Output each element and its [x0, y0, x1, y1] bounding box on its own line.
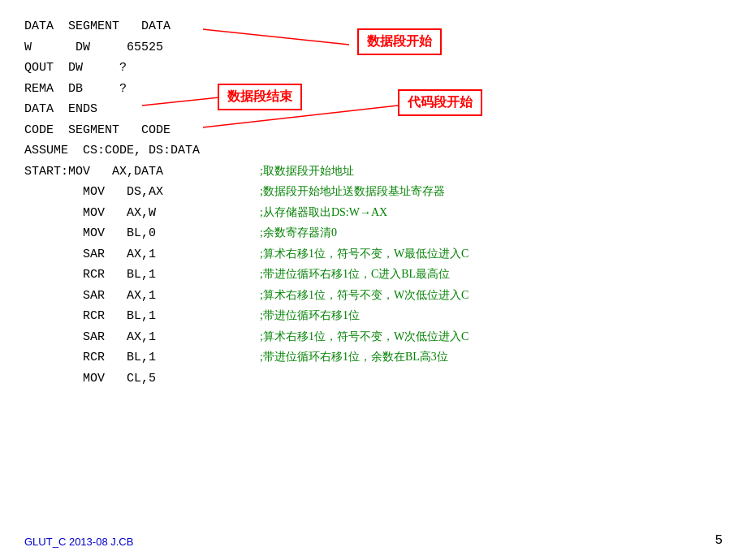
comment-8: ;取数据段开始地址: [260, 162, 354, 181]
main-content: DATA SEGMENT DATA W DW 65525 QOUT DW ? R…: [24, 16, 723, 389]
comment-17: ;带进位循环右移1位，余数在BL高3位: [260, 347, 448, 367]
code-text: MOV CL,5: [24, 368, 252, 390]
code-line-11: MOV BL,0 ;余数寄存器清0: [24, 223, 723, 244]
code-text: DATA SEGMENT DATA: [24, 16, 171, 37]
comment-9: ;数据段开始地址送数据段基址寄存器: [260, 182, 445, 201]
code-line-6: CODE SEGMENT CODE: [24, 120, 723, 141]
code-line-7: ASSUME CS:CODE, DS:DATA: [24, 140, 723, 162]
code-text: SAR AX,1: [24, 286, 252, 307]
code-text: ASSUME CS:CODE, DS:DATA: [24, 140, 200, 162]
code-text: QOUT DW ?: [24, 58, 127, 79]
code-text: START:MOV AX,DATA: [24, 162, 252, 183]
code-line-18: MOV CL,5: [24, 368, 723, 390]
code-text: MOV AX,W: [24, 203, 252, 224]
code-line-8: START:MOV AX,DATA ;取数据段开始地址: [24, 162, 723, 183]
code-text: DATA ENDS: [24, 99, 97, 120]
page-number: 5: [715, 533, 723, 548]
code-line-10: MOV AX,W ;从存储器取出DS:W→AX: [24, 203, 723, 224]
comment-10: ;从存储器取出DS:W→AX: [260, 203, 387, 222]
code-text: RCR BL,1: [24, 347, 252, 368]
code-line-12: SAR AX,1 ;算术右移1位，符号不变，W最低位进入C: [24, 244, 723, 265]
code-line-16: SAR AX,1 ;算术右移1位，符号不变，W次低位进入C: [24, 327, 723, 348]
code-line-4: REMA DB ?: [24, 79, 723, 100]
comment-14: ;算术右移1位，符号不变，W次低位进入C: [260, 286, 468, 305]
code-line-17: RCR BL,1 ;带进位循环右移1位，余数在BL高3位: [24, 347, 723, 368]
code-text: MOV DS,AX: [24, 182, 252, 203]
code-line-5: DATA ENDS: [24, 99, 723, 120]
comment-11: ;余数寄存器清0: [260, 223, 337, 243]
code-line-15: RCR BL,1 ;带进位循环右移1位: [24, 306, 723, 327]
comment-12: ;算术右移1位，符号不变，W最低位进入C: [260, 244, 468, 264]
code-text: SAR AX,1: [24, 244, 252, 265]
code-line-1: DATA SEGMENT DATA: [24, 16, 723, 37]
comment-15: ;带进位循环右移1位: [260, 306, 360, 325]
code-text: RCR BL,1: [24, 265, 252, 286]
code-text: REMA DB ?: [24, 79, 127, 100]
code-line-13: RCR BL,1 ;带进位循环右移1位，C进入BL最高位: [24, 265, 723, 286]
code-text: W DW 65525: [24, 37, 163, 58]
comment-16: ;算术右移1位，符号不变，W次低位进入C: [260, 327, 468, 347]
code-line-9: MOV DS,AX ;数据段开始地址送数据段基址寄存器: [24, 182, 723, 203]
code-text: CODE SEGMENT CODE: [24, 120, 171, 141]
code-line-14: SAR AX,1 ;算术右移1位，符号不变，W次低位进入C: [24, 286, 723, 307]
code-block: DATA SEGMENT DATA W DW 65525 QOUT DW ? R…: [24, 16, 723, 389]
code-text: MOV BL,0: [24, 223, 252, 244]
code-text: SAR AX,1: [24, 327, 252, 348]
footer-label: GLUT_C 2013-08 J.CB: [24, 536, 133, 548]
code-line-2: W DW 65525: [24, 37, 723, 58]
comment-13: ;带进位循环右移1位，C进入BL最高位: [260, 265, 450, 284]
code-line-3: QOUT DW ?: [24, 58, 723, 79]
code-text: RCR BL,1: [24, 306, 252, 327]
